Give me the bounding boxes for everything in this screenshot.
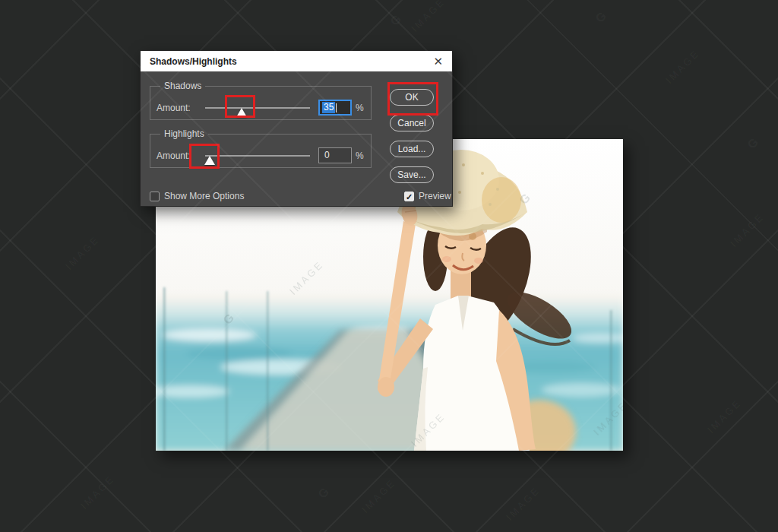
show-more-options-label: Show More Options — [164, 191, 244, 201]
preview-checkbox[interactable]: ✓ — [404, 192, 414, 201]
shadows-group-legend: Shadows — [160, 81, 205, 91]
highlights-amount-label: Amount: — [157, 150, 191, 161]
cancel-button[interactable]: Cancel — [390, 115, 434, 131]
shadows-unit-label: % — [356, 103, 364, 113]
highlights-group-legend: Highlights — [160, 128, 208, 139]
watermark-logo: G — [745, 135, 761, 152]
shadows-group: Shadows Amount: 35 % — [150, 86, 372, 120]
close-icon[interactable]: ✕ — [433, 55, 443, 67]
slider-track[interactable] — [205, 155, 310, 157]
preview-label: Preview — [419, 191, 451, 201]
watermark-text: IMAGE — [705, 397, 744, 435]
shadows-amount-slider[interactable] — [205, 99, 310, 119]
highlights-group: Highlights Amount: 0 % — [150, 134, 372, 168]
watermark-text: IMAGE — [728, 211, 767, 249]
watermark-text: IMAGE — [63, 233, 102, 272]
watermark-text: IMAGE — [504, 484, 542, 523]
dialog-title: Shadows/Highlights — [150, 56, 237, 67]
slider-track[interactable] — [205, 107, 310, 109]
dialog-body: Shadows Amount: 35 % Highlights Amount: — [141, 71, 452, 206]
ok-button[interactable]: OK — [390, 89, 434, 106]
shadows-amount-input[interactable]: 35 — [318, 100, 352, 116]
shadows-slider-handle[interactable] — [236, 108, 247, 117]
text-caret — [336, 103, 337, 112]
save-button[interactable]: Save... — [390, 166, 434, 183]
shadows-amount-label: Amount: — [157, 103, 191, 113]
selected-value: 35 — [322, 102, 335, 113]
shadows-highlights-dialog: Shadows/Highlights ✕ Shadows Amount: 35 … — [140, 50, 453, 207]
highlights-slider-handle[interactable] — [204, 156, 215, 165]
preview-row: ✓ Preview — [404, 191, 451, 201]
watermark-logo: G — [387, 12, 404, 29]
show-more-options-checkbox[interactable]: ✓ — [150, 192, 160, 201]
dialog-titlebar[interactable]: Shadows/Highlights ✕ — [141, 51, 452, 71]
watermark-text: IMAGE — [78, 473, 117, 511]
watermark-text: IMAGE — [359, 477, 398, 515]
photoshop-workspace: IMAGE IMAGE IMAGE IMAGE IMAGE IMAGE IMAG… — [0, 0, 778, 532]
highlights-amount-input[interactable]: 0 — [318, 147, 352, 163]
highlights-unit-label: % — [356, 150, 364, 161]
watermark-logo: G — [593, 9, 609, 26]
show-more-options-row: ✓ Show More Options — [150, 191, 244, 201]
load-button[interactable]: Load... — [390, 141, 434, 157]
watermark-logo: G — [315, 485, 332, 502]
highlights-amount-slider[interactable] — [205, 147, 310, 166]
watermark-text: IMAGE — [409, 0, 448, 34]
watermark-text: IMAGE — [663, 47, 702, 86]
